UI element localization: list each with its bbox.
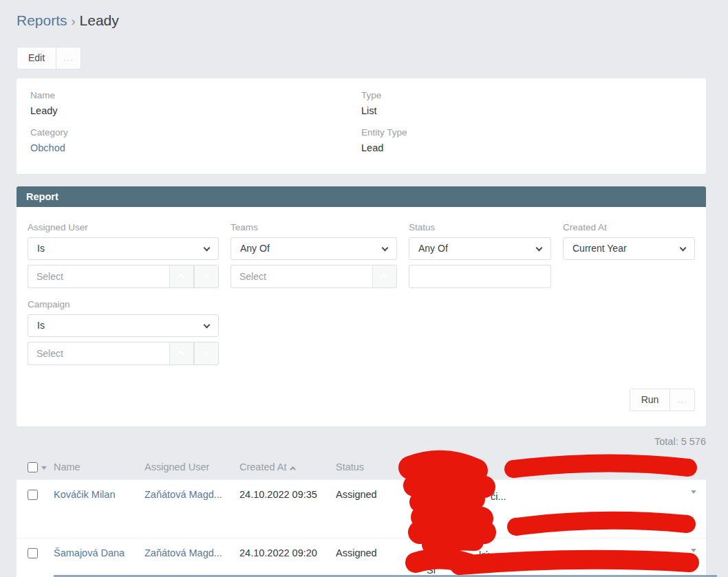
filter-teams-label: Teams xyxy=(231,222,397,232)
lead-name-link[interactable]: Kováčik Milan xyxy=(54,489,115,500)
filter-status-operator-value: Any Of xyxy=(418,243,448,254)
column-header-address[interactable]: Address xyxy=(425,461,513,472)
filter-teams-select-input[interactable] xyxy=(231,265,372,288)
chevron-down-icon xyxy=(382,245,389,252)
table-header-row: Name Assigned User Created At Status Add… xyxy=(17,455,706,479)
filter-created-at-operator-select[interactable]: Current Year xyxy=(563,237,695,260)
filter-assigned-user-select-input[interactable] xyxy=(28,265,169,288)
filter-teams-expand-button[interactable] xyxy=(372,265,397,288)
page-title: Leady xyxy=(80,12,119,28)
field-category-value-link[interactable]: Obchod xyxy=(30,142,361,153)
filter-teams-operator-value: Any Of xyxy=(240,243,270,254)
field-entity-type-label: Entity Type xyxy=(361,127,692,138)
address-line-1: ký ... xyxy=(425,547,508,563)
chevron-down-icon xyxy=(680,245,687,252)
table-row: Šamajová Dana Zaňátová Magd... 24.10.202… xyxy=(17,538,706,577)
column-header-email[interactable]: Email xyxy=(513,461,611,472)
filter-created-at-label: Created At xyxy=(563,222,695,232)
lead-name-link[interactable]: Šamajová Dana xyxy=(54,547,125,558)
row-checkbox[interactable] xyxy=(28,548,38,558)
filter-campaign: Campaign Is ✕ xyxy=(28,299,219,365)
report-panel: Report Assigned User Is ✕ xyxy=(17,186,706,426)
filter-assigned-user-operator-value: Is xyxy=(37,243,45,254)
field-name-label: Name xyxy=(30,90,361,100)
filter-status-label: Status xyxy=(409,222,551,232)
report-panel-header: Report xyxy=(17,186,706,207)
filter-campaign-operator-select[interactable]: Is xyxy=(28,314,219,337)
table-row: Kováčik Milan Zaňátová Magd... 24.10.202… xyxy=(17,479,706,538)
filter-campaign-label: Campaign xyxy=(28,299,219,309)
page-content: Reports›Leady Edit ... Name Leady Type L… xyxy=(0,0,717,577)
filter-assigned-user-clear-button[interactable]: ✕ xyxy=(194,265,219,288)
run-more-button[interactable]: ... xyxy=(670,389,695,411)
assigned-user-link[interactable]: Zaňátová Magd... xyxy=(144,489,222,500)
field-type-label: Type xyxy=(361,90,692,100)
detail-panel: Name Leady Type List Category Obchod Ent… xyxy=(17,78,706,174)
total-count: Total: 5 576 xyxy=(17,436,706,447)
filter-campaign-expand-button[interactable] xyxy=(169,342,194,365)
close-icon: ✕ xyxy=(203,272,211,282)
filter-assigned-user: Assigned User Is ✕ xyxy=(28,222,219,288)
column-header-status[interactable]: Status xyxy=(336,461,425,472)
filter-campaign-operator-value: Is xyxy=(37,320,45,331)
sort-ascending-icon xyxy=(290,466,295,472)
column-header-created-at[interactable]: Created At xyxy=(239,461,336,472)
more-actions-button[interactable]: ... xyxy=(56,47,81,69)
detail-actions: Edit ... xyxy=(17,47,81,69)
column-header-assigned-user[interactable]: Assigned User xyxy=(144,461,239,472)
select-menu-caret-icon[interactable] xyxy=(41,466,47,470)
chevron-down-icon xyxy=(204,245,211,252)
row-actions-caret-icon[interactable] xyxy=(691,549,696,552)
filter-teams-operator-select[interactable]: Any Of xyxy=(231,237,397,260)
field-name-value: Leady xyxy=(30,105,361,116)
filter-status-value-input[interactable] xyxy=(409,265,551,288)
filter-created-at-operator-value: Current Year xyxy=(572,243,627,254)
field-name: Name Leady xyxy=(30,90,361,116)
filter-status: Status Any Of xyxy=(409,222,551,288)
chevron-up-icon xyxy=(177,351,184,358)
assigned-user-link[interactable]: Zaňátová Magd... xyxy=(144,547,222,558)
status-value: Assigned xyxy=(336,547,425,558)
address-value: ký ... Sl xyxy=(425,547,513,577)
field-category: Category Obchod xyxy=(30,127,361,153)
column-header-name[interactable]: Name xyxy=(54,461,144,472)
row-checkbox[interactable] xyxy=(28,490,38,500)
field-entity-type-value: Lead xyxy=(361,142,692,153)
filter-campaign-select-input[interactable] xyxy=(28,342,169,365)
filter-status-operator-select[interactable]: Any Of xyxy=(409,237,551,260)
created-at-value: 24.10.2022 09:35 xyxy=(239,489,336,500)
column-header-created-at-label: Created At xyxy=(239,461,287,472)
status-value: Assigned xyxy=(336,489,425,500)
breadcrumb: Reports›Leady xyxy=(17,12,706,29)
column-header-phone[interactable]: Phone xyxy=(611,461,680,472)
address-line-2: či... xyxy=(425,489,508,504)
chevron-up-icon xyxy=(380,274,387,281)
field-type-value: List xyxy=(361,105,692,116)
breadcrumb-separator: › xyxy=(72,14,76,28)
filter-created-at: Created At Current Year xyxy=(563,222,695,288)
close-icon: ✕ xyxy=(203,349,211,359)
select-all-checkbox[interactable] xyxy=(28,462,38,472)
field-type: Type List xyxy=(361,90,692,116)
run-actions: Run ... xyxy=(630,389,695,411)
chevron-up-icon xyxy=(177,274,184,281)
field-category-label: Category xyxy=(30,127,361,138)
breadcrumb-reports-link[interactable]: Reports xyxy=(17,12,67,28)
filter-campaign-clear-button[interactable]: ✕ xyxy=(194,342,219,365)
row-actions-caret-icon[interactable] xyxy=(691,490,696,494)
edit-button[interactable]: Edit xyxy=(17,47,56,69)
chevron-down-icon xyxy=(536,245,543,252)
field-entity-type: Entity Type Lead xyxy=(361,127,692,153)
run-button[interactable]: Run xyxy=(630,389,671,411)
filter-teams: Teams Any Of xyxy=(231,222,397,288)
results-table: Name Assigned User Created At Status Add… xyxy=(17,455,706,577)
filter-assigned-user-expand-button[interactable] xyxy=(169,265,194,288)
chevron-down-icon xyxy=(204,322,211,329)
filter-assigned-user-label: Assigned User xyxy=(28,222,219,232)
filter-assigned-user-operator-select[interactable]: Is xyxy=(28,237,219,260)
address-value: či... xyxy=(425,489,513,504)
created-at-value: 24.10.2022 09:20 xyxy=(239,547,336,558)
